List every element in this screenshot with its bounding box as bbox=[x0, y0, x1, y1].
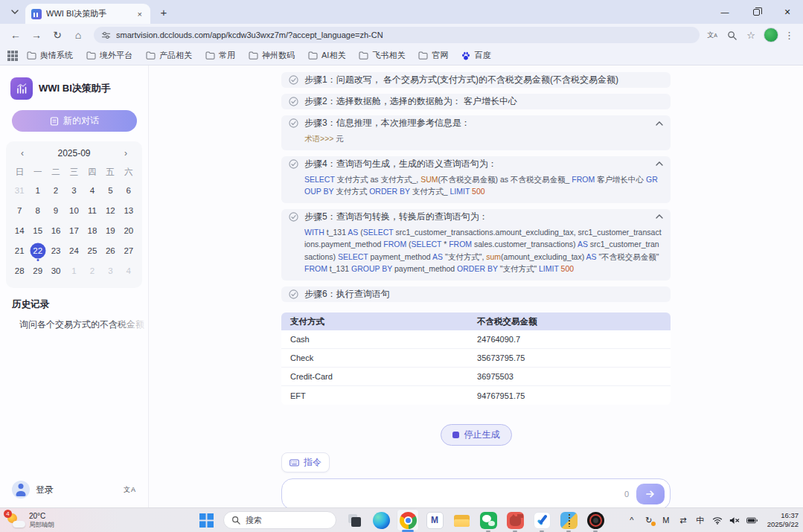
ime-icon[interactable]: 中 bbox=[695, 513, 706, 528]
command-button[interactable]: 指令 bbox=[281, 452, 330, 472]
calendar-day[interactable]: 30 bbox=[47, 262, 65, 279]
forward-icon[interactable]: → bbox=[27, 26, 46, 44]
reload-icon[interactable]: ↻ bbox=[48, 26, 67, 44]
battery-icon[interactable] bbox=[746, 513, 758, 528]
calendar-day[interactable]: 16 bbox=[47, 222, 65, 239]
home-icon[interactable]: ⌂ bbox=[68, 26, 88, 44]
calendar-day[interactable]: 18 bbox=[83, 222, 101, 239]
calendar-day[interactable]: 14 bbox=[10, 222, 28, 239]
back-icon[interactable]: ← bbox=[6, 26, 25, 44]
calendar-day[interactable]: 10 bbox=[65, 202, 83, 219]
zip-app-icon[interactable] bbox=[557, 509, 580, 531]
calendar-day[interactable]: 13 bbox=[120, 202, 138, 219]
apps-grid-icon[interactable] bbox=[7, 51, 18, 61]
calendar-day[interactable]: 22 bbox=[28, 242, 46, 259]
calendar-day[interactable]: 28 bbox=[10, 262, 28, 279]
task-view-icon[interactable] bbox=[343, 509, 365, 531]
calendar-day[interactable]: 20 bbox=[120, 222, 138, 239]
bookmark-item[interactable]: 飞书相关 bbox=[359, 50, 405, 61]
url-bar[interactable]: smartvision.dcclouds.com/app/kcdw3u3wxz7… bbox=[94, 27, 700, 43]
calendar-day[interactable]: 2 bbox=[83, 262, 101, 279]
recorder-icon[interactable] bbox=[584, 509, 607, 531]
clock[interactable]: 16:372025/9/22 bbox=[764, 511, 799, 530]
bookmark-item[interactable]: 官网 bbox=[418, 50, 448, 61]
calendar-day[interactable]: 7 bbox=[10, 202, 28, 219]
calendar-day[interactable]: 24 bbox=[65, 242, 83, 259]
calendar-day[interactable]: 5 bbox=[101, 182, 119, 199]
bookmark-item[interactable]: AI相关 bbox=[308, 50, 345, 61]
close-button[interactable]: × bbox=[772, 0, 803, 24]
browser-menu-icon[interactable]: ⋮ bbox=[784, 30, 794, 41]
bookmark-item[interactable]: 境外平台 bbox=[86, 50, 132, 61]
new-tab-button[interactable]: + bbox=[155, 3, 173, 21]
file-explorer-icon[interactable] bbox=[450, 509, 473, 531]
calendar-day[interactable]: 15 bbox=[28, 222, 46, 239]
calendar-day[interactable]: 25 bbox=[83, 242, 101, 259]
calendar-day[interactable]: 19 bbox=[101, 222, 119, 239]
calendar-day[interactable]: 23 bbox=[47, 242, 65, 259]
login-row[interactable]: 登录 文A bbox=[0, 481, 148, 499]
weather-widget[interactable]: 4 20°C 局部晴朗 bbox=[6, 508, 54, 532]
language-icon[interactable]: 文A bbox=[124, 485, 136, 495]
tab-list-chevron-icon[interactable] bbox=[6, 3, 24, 21]
calendar-day[interactable]: 1 bbox=[28, 182, 46, 199]
calendar-day[interactable]: 12 bbox=[101, 202, 119, 219]
site-settings-icon[interactable] bbox=[101, 31, 111, 39]
typora-icon[interactable] bbox=[423, 509, 446, 531]
bookmark-item[interactable]: 舆情系统 bbox=[27, 50, 73, 61]
calendar-day[interactable]: 6 bbox=[120, 182, 138, 199]
calendar-next-icon[interactable]: › bbox=[123, 148, 129, 158]
cat-app-icon[interactable] bbox=[504, 509, 526, 531]
calendar-day[interactable]: 9 bbox=[47, 202, 65, 219]
start-button-icon[interactable] bbox=[196, 510, 217, 531]
calendar-day[interactable]: 3 bbox=[101, 262, 119, 279]
volume-muted-icon[interactable] bbox=[729, 513, 740, 528]
bookmark-item[interactable]: 神州数码 bbox=[249, 50, 295, 61]
bookmark-item[interactable]: 常用 bbox=[205, 50, 235, 61]
net-arrows-icon[interactable]: ⇄ bbox=[678, 513, 688, 528]
calendar-day[interactable]: 29 bbox=[28, 262, 46, 279]
calendar-day[interactable]: 11 bbox=[83, 202, 101, 219]
history-item[interactable]: 询问各个交易方式的不含税金额 bbox=[0, 315, 148, 334]
calendar-day[interactable]: 1 bbox=[65, 262, 83, 279]
calendar-day[interactable]: 17 bbox=[65, 222, 83, 239]
collapse-chevron-icon[interactable] bbox=[656, 214, 663, 219]
calendar-day[interactable]: 8 bbox=[28, 202, 46, 219]
calendar-day[interactable]: 31 bbox=[10, 182, 28, 199]
chrome-icon[interactable] bbox=[397, 509, 419, 531]
edge-icon[interactable] bbox=[370, 509, 392, 531]
profile-avatar[interactable] bbox=[764, 28, 778, 42]
calendar-day[interactable]: 26 bbox=[101, 242, 119, 259]
sync-icon[interactable]: ↻ bbox=[644, 513, 654, 528]
taskbar-search[interactable]: 搜索 bbox=[223, 511, 336, 529]
translate-icon[interactable]: 文A bbox=[706, 28, 719, 42]
collapse-chevron-icon[interactable] bbox=[656, 161, 663, 166]
blue-app-icon[interactable] bbox=[531, 509, 553, 531]
restore-button[interactable] bbox=[740, 0, 772, 24]
collapse-chevron-icon[interactable] bbox=[656, 121, 663, 126]
tab-close-icon[interactable]: × bbox=[135, 9, 144, 19]
bookmark-item[interactable]: 百度 bbox=[461, 50, 490, 61]
calendar-day[interactable]: 4 bbox=[120, 262, 138, 279]
zoom-icon[interactable] bbox=[725, 28, 738, 42]
minimize-button[interactable]: — bbox=[709, 0, 740, 24]
bookmark-item[interactable]: 产品相关 bbox=[146, 50, 192, 61]
wifi-icon[interactable] bbox=[712, 513, 723, 528]
calendar-day[interactable]: 3 bbox=[65, 182, 83, 199]
calendar-day[interactable]: 27 bbox=[120, 242, 138, 259]
browser-tab[interactable]: WWI BI决策助手 × bbox=[25, 4, 150, 24]
bookmark-star-icon[interactable]: ☆ bbox=[744, 28, 758, 42]
new-chat-button[interactable]: 新的对话 bbox=[12, 110, 137, 132]
calendar-day[interactable]: 2 bbox=[47, 182, 65, 199]
calendar-day[interactable]: 21 bbox=[10, 242, 28, 259]
app-m-icon[interactable]: M bbox=[661, 513, 671, 528]
calendar-prev-icon[interactable]: ‹ bbox=[19, 148, 25, 158]
tray-expand-icon[interactable]: ^ bbox=[627, 513, 637, 528]
wechat-icon[interactable] bbox=[477, 509, 499, 531]
chat-input[interactable] bbox=[292, 479, 617, 509]
steps-list: 步骤1：问题改写， 各个交易方式(支付方式)的不含税交易金额(不含税交易金额)步… bbox=[281, 72, 671, 302]
stop-generating-button[interactable]: 停止生成 bbox=[441, 424, 512, 446]
calendar-day[interactable]: 4 bbox=[83, 182, 101, 199]
chat-input-box[interactable]: 0 bbox=[281, 478, 671, 510]
send-button[interactable] bbox=[636, 484, 665, 504]
